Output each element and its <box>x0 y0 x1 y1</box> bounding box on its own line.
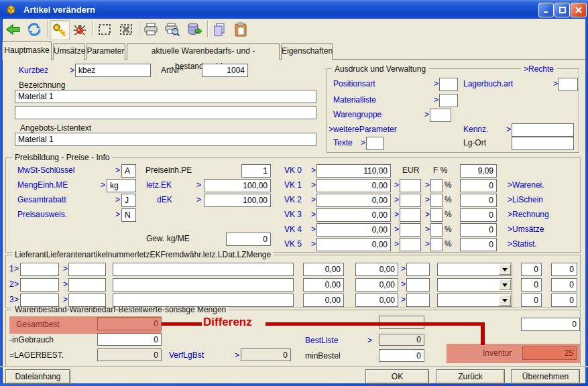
vk4-marker-3[interactable]: > <box>425 224 430 234</box>
db-export-button[interactable] <box>185 20 204 39</box>
vk5-marker[interactable]: > <box>311 239 316 249</box>
bestliste-marker[interactable]: > <box>367 336 372 345</box>
vk1-marker-2[interactable]: > <box>394 180 399 190</box>
texte-marker[interactable]: > <box>361 138 365 147</box>
lischein-link[interactable]: >LiSchein <box>508 195 543 204</box>
lieferant-row-3-marker-2[interactable]: > <box>63 295 68 304</box>
lieferant-row-1-dropdown[interactable] <box>437 263 512 276</box>
umsaetze-link[interactable]: >Umsätze <box>508 224 544 234</box>
kennz-marker[interactable]: > <box>506 125 511 134</box>
lieferant-row-2-menge-input[interactable] <box>551 278 577 292</box>
vk3-marker-3[interactable]: > <box>425 210 430 219</box>
lieferant-row-3-lieferant-input[interactable] <box>20 294 59 307</box>
vk2-aux1-input[interactable] <box>400 194 421 207</box>
verflgbst-marker[interactable]: > <box>235 350 239 360</box>
lieferant-row-1-text-input[interactable] <box>113 263 294 276</box>
copy-button[interactable] <box>210 20 229 39</box>
print-preview-button[interactable] <box>163 20 182 39</box>
lieferant-row-3-artikelnummer-input[interactable] <box>68 294 106 307</box>
positionsart-input[interactable] <box>439 78 458 91</box>
letzek-marker[interactable]: > <box>196 180 201 190</box>
lieferant-row-1-marker[interactable]: > <box>14 264 19 273</box>
vk2-aux2-input[interactable] <box>430 194 443 207</box>
lgort-input[interactable] <box>512 137 574 150</box>
vk5-aux1-input[interactable] <box>400 238 421 251</box>
close-button[interactable] <box>571 3 587 17</box>
mengeinh-input[interactable] <box>107 179 136 192</box>
warengruppe-marker[interactable]: > <box>424 110 429 119</box>
lieferant-row-1-lz-input[interactable] <box>521 263 542 276</box>
lieferant-row-3-dropdown[interactable] <box>437 294 512 307</box>
materialliste-input[interactable] <box>439 94 458 107</box>
kurzbez-marker[interactable]: > <box>70 66 74 75</box>
vk1-aux2-input[interactable] <box>430 179 443 192</box>
ok-button[interactable]: OK <box>365 369 429 384</box>
vk1-aux1-input[interactable] <box>400 179 421 192</box>
lieferant-row-1-lieferant-input[interactable] <box>20 263 59 276</box>
key-button[interactable] <box>50 20 70 40</box>
vk5-pct-input[interactable] <box>460 238 497 251</box>
kennz-input[interactable] <box>512 123 574 137</box>
gesamtrabatt-input[interactable] <box>121 194 136 207</box>
lieferant-row-2-lz-input[interactable] <box>521 278 542 292</box>
vk0-value-input[interactable] <box>316 164 391 178</box>
lieferant-row-2-marker[interactable]: > <box>14 279 19 289</box>
vk1-value-input[interactable] <box>316 179 391 192</box>
vk4-marker[interactable]: > <box>311 224 316 234</box>
back-button[interactable] <box>4 20 23 39</box>
lieferant-row-2-lieferant-input[interactable] <box>20 278 59 292</box>
maximize-button[interactable] <box>554 3 570 17</box>
dek-input[interactable] <box>204 194 271 207</box>
lagerbuchart-marker[interactable]: > <box>553 79 558 88</box>
lieferant-row-1-menge-input[interactable] <box>551 263 577 276</box>
lieferant-row-3-text-input[interactable] <box>113 294 294 307</box>
vk2-marker-2[interactable]: > <box>394 195 399 204</box>
chevron-down-icon[interactable] <box>499 295 511 306</box>
lieferant-row-3-letzek-input[interactable] <box>303 294 344 307</box>
vk2-value-input[interactable] <box>316 194 391 207</box>
lieferant-row-3-lz-input[interactable] <box>521 294 542 307</box>
tab-eigenschaften[interactable]: Eigenschaften <box>281 43 333 60</box>
clear-selection-button[interactable] <box>117 20 135 39</box>
vk4-aux1-input[interactable] <box>400 223 421 237</box>
vk2-marker-3[interactable]: > <box>425 195 430 204</box>
lieferant-row-2-letzek-input[interactable] <box>303 278 344 292</box>
vk4-pct-input[interactable] <box>460 223 497 237</box>
preisausweis-input[interactable] <box>121 208 136 222</box>
weitere-parameter-link[interactable]: >weitereParameter <box>329 125 397 134</box>
minbestel-input[interactable] <box>379 349 424 362</box>
paste-button[interactable] <box>231 20 250 39</box>
lieferant-row-1-marker-2[interactable]: > <box>63 264 68 273</box>
mwst-input[interactable] <box>121 164 136 178</box>
vk3-aux2-input[interactable] <box>430 208 443 222</box>
lieferant-row-2-marker-3[interactable]: > <box>401 279 406 289</box>
uebernehmen-button[interactable]: Übernehmen <box>511 369 580 384</box>
gesamtrabatt-marker[interactable]: > <box>115 195 120 204</box>
vk0-marker[interactable]: > <box>311 166 316 175</box>
dateianhang-button[interactable]: Dateianhang <box>5 369 70 384</box>
kurzbez-input[interactable] <box>75 64 151 77</box>
vk3-aux1-input[interactable] <box>400 208 421 222</box>
lieferant-row-3-fremdwaehrung-input[interactable] <box>355 294 398 307</box>
angebots-listentext-input[interactable] <box>15 133 316 146</box>
vk2-marker[interactable]: > <box>311 195 316 204</box>
vk3-pct-input[interactable] <box>460 208 497 222</box>
vk1-marker-3[interactable]: > <box>425 180 430 190</box>
print-button[interactable] <box>141 20 160 39</box>
materialliste-marker[interactable]: > <box>434 95 438 105</box>
letzek-input[interactable] <box>204 179 271 192</box>
vk0-pct-input[interactable] <box>460 164 497 178</box>
vk4-value-input[interactable] <box>316 223 391 237</box>
lieferant-row-3-ldat-input[interactable] <box>406 294 430 307</box>
mengeinh-marker[interactable]: > <box>101 180 105 190</box>
lieferant-row-2-text-input[interactable] <box>113 278 294 292</box>
texte-input[interactable] <box>366 137 384 150</box>
zurueck-button[interactable]: Zurück <box>436 369 505 384</box>
chevron-down-icon[interactable] <box>499 279 511 290</box>
vk4-aux2-input[interactable] <box>430 223 443 237</box>
statist-link[interactable]: >Statist. <box>508 239 537 249</box>
rechnung-link[interactable]: >Rechnung <box>508 210 549 219</box>
tab-umsaetze[interactable]: Umsätze <box>53 43 84 60</box>
vk3-marker[interactable]: > <box>311 210 316 219</box>
lieferant-row-2-fremdwaehrung-input[interactable] <box>355 278 398 292</box>
